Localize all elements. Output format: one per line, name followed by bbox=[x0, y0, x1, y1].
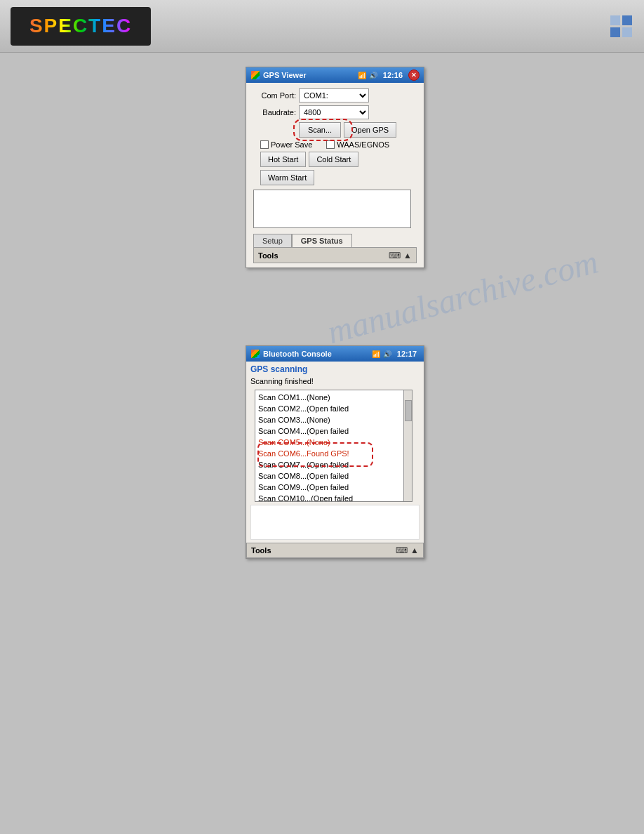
close-button[interactable]: ✕ bbox=[408, 70, 420, 81]
gps-viewer-body: Com Port: COM1: COM2: COM3: COM4: COM5: … bbox=[246, 83, 424, 267]
sq4 bbox=[622, 27, 632, 37]
scan-item-com3: Scan COM3...(None) bbox=[258, 414, 409, 425]
hot-cold-start-row: Hot Start Cold Start bbox=[260, 152, 417, 167]
com-port-label: Com Port: bbox=[253, 91, 299, 100]
bt-windows-flag bbox=[251, 350, 260, 358]
scan-item-com10: Scan COM10...(Open failed bbox=[258, 493, 409, 502]
baudrate-row: Baudrate: 4800 9600 19200 38400 bbox=[253, 105, 417, 119]
scan-item-com4: Scan COM4...(Open failed bbox=[258, 425, 409, 437]
signal-icon: 📶 bbox=[358, 72, 366, 79]
titlebar-controls: 📶 🔊 12:16 ✕ bbox=[358, 70, 420, 81]
logo-box: SPECTEC bbox=[11, 7, 151, 46]
tab-setup[interactable]: Setup bbox=[253, 234, 292, 247]
scan-item-com1: Scan COM1...(None) bbox=[258, 392, 409, 403]
win-flag-icon bbox=[250, 70, 260, 80]
scan-open-row: Scan... Open GPS bbox=[299, 122, 417, 138]
scan-item-com9: Scan COM9...(Open failed bbox=[258, 482, 409, 493]
bt-speaker-icon: 🔊 bbox=[383, 350, 391, 358]
main-content: GPS Viewer 📶 🔊 12:16 ✕ Com Port: COM1: C… bbox=[0, 53, 644, 573]
open-gps-button[interactable]: Open GPS bbox=[344, 122, 396, 138]
tools-label: Tools bbox=[258, 251, 386, 260]
scan-item-com5: Scan COM5...(None) bbox=[258, 437, 409, 448]
waas-checkbox[interactable] bbox=[326, 140, 335, 149]
com-port-select[interactable]: COM1: COM2: COM3: COM4: COM5: COM6: bbox=[299, 88, 369, 102]
tab-bar: Setup GPS Status bbox=[253, 234, 417, 248]
bluetooth-console-window: Bluetooth Console 📶 🔊 12:17 GPS scanning… bbox=[246, 345, 424, 559]
cold-start-button[interactable]: Cold Start bbox=[309, 152, 358, 167]
speaker-icon: 🔊 bbox=[369, 72, 377, 79]
waas-label: WAAS/EGNOS bbox=[337, 140, 389, 149]
scan-list-box[interactable]: Scan COM1...(None) Scan COM2...(Open fai… bbox=[255, 390, 412, 502]
checkbox-row: Power Save WAAS/EGNOS bbox=[260, 140, 417, 149]
baudrate-select[interactable]: 4800 9600 19200 38400 bbox=[299, 105, 369, 119]
bt-window-body: GPS scanning Scanning finished! Scan COM… bbox=[246, 362, 424, 558]
gps-viewer-titlebar: GPS Viewer 📶 🔊 12:16 ✕ bbox=[246, 67, 424, 83]
windows-flag bbox=[251, 71, 260, 79]
scan-list-scrollbar[interactable] bbox=[403, 390, 412, 501]
sq2 bbox=[622, 15, 632, 25]
waas-checkbox-item: WAAS/EGNOS bbox=[326, 140, 389, 149]
warm-start-row: Warm Start bbox=[260, 170, 417, 185]
gps-viewer-window: GPS Viewer 📶 🔊 12:16 ✕ Com Port: COM1: C… bbox=[246, 67, 424, 268]
tab-gps-status[interactable]: GPS Status bbox=[292, 234, 352, 247]
bt-keyboard-icon[interactable]: ⌨ bbox=[396, 545, 408, 555]
bt-titlebar: Bluetooth Console 📶 🔊 12:17 bbox=[246, 346, 424, 362]
bt-flag-icon bbox=[250, 349, 260, 359]
bt-title: Bluetooth Console bbox=[263, 350, 372, 358]
scan-item-com7: Scan COM7...(Open failed bbox=[258, 459, 409, 470]
bt-time: 12:17 bbox=[397, 350, 417, 358]
scroll-thumb bbox=[405, 400, 412, 421]
titlebar-time: 12:16 bbox=[383, 71, 403, 79]
scan-item-com8: Scan COM8...(Open failed bbox=[258, 470, 409, 482]
power-save-checkbox-item: Power Save bbox=[260, 140, 312, 149]
hot-start-button[interactable]: Hot Start bbox=[260, 152, 306, 167]
up-arrow-icon[interactable]: ▲ bbox=[403, 251, 412, 260]
bt-tools-bar: Tools ⌨ ▲ bbox=[246, 543, 424, 558]
bt-signal-icon: 📶 bbox=[372, 350, 380, 358]
bt-tools-label: Tools bbox=[251, 546, 393, 555]
scan-btn-wrapper: Scan... bbox=[299, 122, 341, 138]
scan-list-container: Scan COM1...(None) Scan COM2...(Open fai… bbox=[250, 390, 420, 502]
scan-list: Scan COM1...(None) Scan COM2...(Open fai… bbox=[255, 390, 412, 502]
scan-done-text: Scanning finished! bbox=[246, 376, 424, 388]
tools-bar: Tools ⌨ ▲ bbox=[253, 248, 417, 263]
header-icon bbox=[608, 13, 633, 39]
power-save-label: Power Save bbox=[271, 140, 312, 149]
bt-titlebar-controls: 📶 🔊 12:17 bbox=[372, 350, 420, 358]
gps-viewer-title: GPS Viewer bbox=[263, 71, 358, 79]
gps-text-area bbox=[253, 190, 411, 228]
scan-button[interactable]: Scan... bbox=[299, 122, 341, 138]
sq3 bbox=[610, 27, 620, 37]
scan-item-com2: Scan COM2...(Open failed bbox=[258, 403, 409, 414]
keyboard-icon[interactable]: ⌨ bbox=[389, 251, 401, 260]
com-port-row: Com Port: COM1: COM2: COM3: COM4: COM5: … bbox=[253, 88, 417, 102]
bt-empty-area bbox=[250, 505, 420, 540]
warm-start-button[interactable]: Warm Start bbox=[260, 170, 314, 185]
gps-scanning-status: GPS scanning bbox=[246, 362, 424, 376]
header-bar: SPECTEC bbox=[0, 0, 644, 53]
blue-squares-icon bbox=[610, 15, 632, 37]
logo-text: SPECTEC bbox=[29, 15, 132, 37]
sq1 bbox=[610, 15, 620, 25]
baudrate-label: Baudrate: bbox=[253, 108, 299, 117]
spacer bbox=[21, 289, 623, 331]
scan-item-com6: Scan COM6...Found GPS! bbox=[258, 448, 409, 459]
bt-up-arrow-icon[interactable]: ▲ bbox=[410, 545, 419, 555]
power-save-checkbox[interactable] bbox=[260, 140, 269, 149]
